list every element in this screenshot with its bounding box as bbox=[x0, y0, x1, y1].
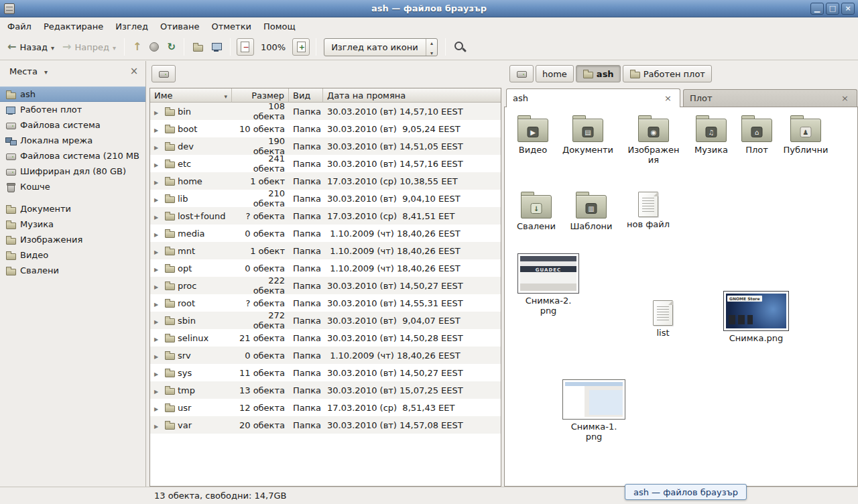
expander-icon[interactable] bbox=[154, 351, 162, 361]
combo-arrows-icon[interactable] bbox=[426, 39, 437, 56]
home-button[interactable] bbox=[189, 37, 206, 57]
sidebar-item[interactable]: ash bbox=[0, 86, 145, 102]
maximize-button[interactable] bbox=[826, 3, 839, 15]
reload-button[interactable] bbox=[164, 37, 179, 57]
expander-icon[interactable] bbox=[154, 420, 162, 430]
menu-item[interactable]: Отиване bbox=[154, 18, 205, 34]
tab-close-icon[interactable] bbox=[662, 93, 674, 103]
tab-plot[interactable]: Плот bbox=[683, 89, 857, 107]
file-icon-item[interactable]: GNOME Store Снимка.png bbox=[722, 291, 790, 344]
sidebar-item[interactable]: Файлова система (210 MB) bbox=[0, 148, 145, 164]
table-row[interactable]: usr 12 обекта Папка 17.03.2010 (ср) 8,51… bbox=[150, 399, 501, 416]
tab-close-icon[interactable] bbox=[839, 93, 851, 103]
places-selector[interactable]: Места bbox=[5, 64, 52, 78]
expander-icon[interactable] bbox=[154, 194, 162, 204]
column-header-size[interactable]: Размер bbox=[232, 88, 289, 103]
sidebar-item[interactable]: Шифриран дял (80 GB) bbox=[0, 164, 145, 179]
expander-icon[interactable] bbox=[154, 298, 162, 308]
forward-button[interactable]: Напред bbox=[59, 37, 119, 57]
menu-item[interactable]: Отметки bbox=[205, 18, 257, 34]
zoom-in-button[interactable] bbox=[292, 38, 310, 56]
table-row[interactable]: sys 11 обекта Папка 30.03.2010 (вт) 14,5… bbox=[150, 364, 501, 381]
sidebar-item[interactable]: Музика bbox=[0, 216, 145, 232]
expander-icon[interactable] bbox=[154, 368, 162, 378]
sidebar-item[interactable]: Изображения bbox=[0, 232, 145, 247]
table-row[interactable]: selinux 21 обекта Папка 30.03.2010 (вт) … bbox=[150, 329, 501, 346]
table-row[interactable]: home 1 обект Папка 17.03.2010 (ср) 10,38… bbox=[150, 172, 501, 190]
expander-icon[interactable] bbox=[154, 229, 162, 239]
expander-icon[interactable] bbox=[154, 281, 162, 291]
file-icon-item[interactable]: Публични bbox=[778, 115, 834, 155]
sidebar-item[interactable]: Локална мрежа bbox=[0, 133, 145, 148]
table-row[interactable]: tmp 13 обекта Папка 30.03.2010 (вт) 15,0… bbox=[150, 381, 501, 399]
tab-ash[interactable]: ash bbox=[506, 88, 680, 107]
file-icon-item[interactable]: Изображен ия bbox=[625, 115, 682, 165]
file-icon-item[interactable]: list bbox=[635, 299, 691, 338]
column-header-type[interactable]: Вид bbox=[289, 88, 323, 103]
icon-view[interactable]: Видео Документи Изображен ия bbox=[504, 107, 858, 487]
expander-icon[interactable] bbox=[154, 403, 162, 413]
table-row[interactable]: root ? обекта Папка 30.03.2010 (вт) 14,5… bbox=[150, 294, 501, 312]
file-icon-item[interactable]: Шаблони bbox=[563, 192, 619, 232]
table-row[interactable]: opt 0 обекта Папка 1.10.2009 (чт) 18,40,… bbox=[150, 259, 501, 277]
menu-item[interactable]: Изглед bbox=[109, 18, 154, 34]
menu-item[interactable]: Помощ bbox=[257, 18, 302, 34]
minimize-button[interactable] bbox=[810, 3, 824, 15]
expander-icon[interactable] bbox=[154, 176, 162, 186]
file-icon-item[interactable]: Плот bbox=[729, 115, 785, 155]
path-button[interactable] bbox=[509, 65, 534, 82]
sidebar-item[interactable]: Работен плот bbox=[0, 102, 145, 117]
zoom-out-button[interactable] bbox=[237, 38, 254, 56]
table-row[interactable]: bin 108 обекта Папка 30.03.2010 (вт) 14,… bbox=[150, 103, 501, 120]
expander-icon[interactable] bbox=[154, 211, 162, 221]
table-row[interactable]: sbin 272 обекта Папка 30.03.2010 (вт) 9,… bbox=[150, 312, 501, 329]
expander-icon[interactable] bbox=[154, 263, 162, 273]
menu-item[interactable]: Редактиране bbox=[38, 18, 109, 34]
sidebar-item[interactable]: Документи bbox=[0, 201, 145, 216]
computer-button[interactable] bbox=[208, 37, 225, 57]
expander-icon[interactable] bbox=[154, 124, 162, 134]
search-button[interactable] bbox=[450, 37, 469, 57]
file-icon-item[interactable]: Снимка-1. png bbox=[560, 379, 628, 442]
table-row[interactable]: boot 10 обекта Папка 30.03.2010 (вт) 9,0… bbox=[150, 120, 501, 137]
column-header-date[interactable]: Дата на промяна bbox=[323, 88, 501, 103]
up-button[interactable] bbox=[129, 37, 145, 57]
column-header-name[interactable]: Име bbox=[150, 88, 232, 103]
table-row[interactable]: dev 190 обекта Папка 30.03.2010 (вт) 14,… bbox=[150, 137, 501, 155]
sidebar-item[interactable]: Видео bbox=[0, 247, 145, 263]
back-dropdown-icon[interactable] bbox=[51, 43, 54, 52]
file-icon-item[interactable]: Видео bbox=[505, 115, 561, 155]
close-button[interactable] bbox=[841, 3, 855, 15]
expander-icon[interactable] bbox=[154, 385, 162, 395]
sidebar-item[interactable]: Кошче bbox=[0, 179, 145, 194]
table-row[interactable]: mnt 1 обект Папка 1.10.2009 (чт) 18,40,2… bbox=[150, 242, 501, 259]
sidebar-item[interactable]: Свалени bbox=[0, 263, 145, 278]
file-icon-item[interactable]: GUADEC Снимка-2. png bbox=[514, 253, 583, 316]
expander-icon[interactable] bbox=[154, 159, 162, 169]
table-row[interactable]: var 20 обекта Папка 30.03.2010 (вт) 14,5… bbox=[150, 416, 501, 434]
sidebar-item[interactable]: Файлова система bbox=[0, 117, 145, 133]
file-icon-item[interactable]: Документи bbox=[560, 115, 616, 155]
expander-icon[interactable] bbox=[154, 246, 162, 256]
table-row[interactable]: media 0 обекта Папка 1.10.2009 (чт) 18,4… bbox=[150, 225, 501, 242]
table-row[interactable]: etc 241 обекта Папка 30.03.2010 (вт) 14,… bbox=[150, 155, 501, 172]
back-button[interactable]: Назад bbox=[4, 37, 58, 57]
path-button[interactable]: ash bbox=[576, 65, 621, 82]
expander-icon[interactable] bbox=[154, 107, 162, 117]
sidebar-close-icon[interactable] bbox=[128, 65, 140, 77]
table-row[interactable]: lib 210 обекта Папка 30.03.2010 (вт) 9,0… bbox=[150, 190, 501, 207]
file-icon-item[interactable]: нов файл bbox=[620, 190, 676, 230]
table-row[interactable]: proc 222 обекта Папка 30.03.2010 (вт) 14… bbox=[150, 277, 501, 294]
path-button[interactable]: Работен плот bbox=[623, 65, 712, 82]
path-button[interactable] bbox=[151, 65, 176, 82]
title-bar[interactable]: ash — файлов браузър bbox=[0, 0, 858, 17]
table-row[interactable]: lost+found ? обекта Папка 17.03.2010 (ср… bbox=[150, 207, 501, 225]
menu-item[interactable]: Файл bbox=[1, 18, 38, 34]
expander-icon[interactable] bbox=[154, 141, 162, 151]
expander-icon[interactable] bbox=[154, 333, 162, 343]
file-icon-item[interactable]: Свалени bbox=[508, 192, 564, 232]
stop-button[interactable] bbox=[146, 37, 162, 57]
table-row[interactable]: srv 0 обекта Папка 1.10.2009 (чт) 18,40,… bbox=[150, 346, 501, 364]
path-button[interactable]: home bbox=[536, 65, 574, 82]
expander-icon[interactable] bbox=[154, 316, 162, 326]
